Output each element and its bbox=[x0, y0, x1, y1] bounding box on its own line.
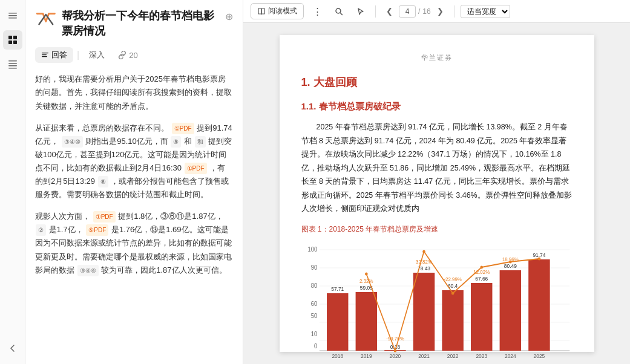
svg-text:80.49: 80.49 bbox=[504, 262, 516, 268]
bar-2024 bbox=[499, 270, 520, 351]
read-mode-label: 阅读模式 bbox=[268, 6, 297, 16]
svg-text:2019: 2019 bbox=[361, 353, 372, 359]
svg-rect-1 bbox=[8, 15, 17, 16]
add-button[interactable]: ⊕ bbox=[225, 11, 233, 22]
pdf-body: 2025 年春节档总票房达到 91.74 亿元，同比增长 13.98%。截至 2… bbox=[301, 120, 573, 216]
ref-2[interactable]: ② bbox=[36, 224, 46, 236]
toolbar-sep2 bbox=[454, 5, 454, 18]
nav-grid-icon[interactable] bbox=[3, 30, 22, 50]
pdf-page: 华兰证券 1. 大盘回顾 1.1. 春节档总票房破纪录 2025 年春节档总票房… bbox=[280, 35, 594, 352]
svg-text:2018: 2018 bbox=[332, 353, 343, 359]
cursor-button[interactable] bbox=[352, 3, 369, 20]
para1: 好的，我现在需要分析用户关于2025年春节档电影票房的问题。首先，我得仔细阅读所… bbox=[35, 73, 233, 112]
chart-container: 100 90 80 60 50 10 0 bbox=[301, 241, 573, 362]
search-button[interactable] bbox=[330, 3, 347, 20]
tab-answer-label: 回答 bbox=[51, 50, 67, 60]
svg-rect-9 bbox=[8, 65, 17, 67]
svg-text:10: 10 bbox=[310, 330, 317, 337]
header: 帮我分析一下今年的春节档电影票房情况 ⊕ bbox=[25, 0, 243, 45]
page-title: 帮我分析一下今年的春节档电影票房情况 bbox=[62, 8, 219, 39]
zoom-select[interactable]: 适当宽度 bbox=[461, 5, 510, 18]
tab-deep[interactable]: 深入 bbox=[83, 47, 111, 63]
more-button[interactable]: ⋮ bbox=[309, 3, 326, 20]
svg-text:57.71: 57.71 bbox=[331, 285, 344, 291]
svg-text:50: 50 bbox=[310, 312, 317, 319]
svg-rect-6 bbox=[13, 41, 17, 44]
ref-1pdf-2[interactable]: ①PDF bbox=[185, 163, 207, 174]
growth-dot-2025 bbox=[537, 257, 540, 260]
para2: 从证据来看，总票房的数据存在不同。 ①PDF 提到91.74亿元， ③④⑩ 则指… bbox=[35, 122, 233, 202]
read-mode-button[interactable]: 阅读模式 bbox=[251, 3, 304, 19]
bar-2022 bbox=[442, 290, 463, 351]
svg-rect-7 bbox=[8, 60, 17, 62]
svg-text:2.32%: 2.32% bbox=[359, 278, 373, 284]
para2-text: 从证据来看，总票房的数据存在不同。 bbox=[35, 123, 169, 132]
chart-svg: 100 90 80 60 50 10 0 bbox=[301, 241, 573, 362]
ref-1pdf-3[interactable]: ①PDF bbox=[93, 211, 116, 223]
pdf-toolbar: 阅读模式 ⋮ ❮ 4 / 16 ❯ 适当宽度 bbox=[243, 0, 630, 23]
bar-2019 bbox=[355, 292, 376, 351]
ref-8[interactable]: ⑧ bbox=[171, 136, 181, 148]
svg-rect-11 bbox=[42, 53, 48, 53]
nav-menu-icon[interactable] bbox=[3, 6, 22, 25]
svg-text:2023: 2023 bbox=[476, 353, 487, 359]
right-panel: 阅读模式 ⋮ ❮ 4 / 16 ❯ 适当宽度 华兰证券 bbox=[243, 0, 630, 364]
tab-bar: 回答 | 深入 20 bbox=[25, 45, 243, 68]
svg-rect-2 bbox=[8, 18, 17, 19]
ref-340[interactable]: ③④⑩ bbox=[62, 136, 83, 148]
side-nav bbox=[0, 0, 25, 364]
svg-text:90: 90 bbox=[310, 264, 317, 270]
svg-text:100: 100 bbox=[307, 245, 317, 252]
svg-rect-13 bbox=[42, 56, 47, 57]
svg-text:-99.70%: -99.70% bbox=[386, 336, 404, 341]
next-page-button[interactable]: ❯ bbox=[433, 4, 448, 19]
growth-dot-2023 bbox=[480, 265, 483, 268]
toolbar-sep1 bbox=[375, 5, 376, 18]
page-nav: ❮ 4 / 16 ❯ bbox=[382, 4, 448, 19]
section-title: 1. 大盘回顾 bbox=[301, 73, 573, 93]
answer-content: 好的，我现在需要分析用户关于2025年春节档电影票房的问题。首先，我得仔细阅读所… bbox=[25, 68, 243, 364]
svg-point-14 bbox=[336, 8, 341, 13]
svg-text:2024: 2024 bbox=[505, 353, 516, 359]
left-panel: 帮我分析一下今年的春节档电影票房情况 ⊕ 回答 | 深入 20 好的，我现在需要… bbox=[25, 0, 243, 364]
bar-2023 bbox=[471, 283, 492, 351]
prev-page-button[interactable]: ❮ bbox=[382, 4, 396, 19]
growth-dot-2019 bbox=[365, 272, 368, 275]
link-count[interactable]: 20 bbox=[118, 51, 137, 60]
growth-dot-2024 bbox=[509, 260, 512, 263]
pdf-content-area: 华兰证券 1. 大盘回顾 1.1. 春节档总票房破纪录 2025 年春节档总票房… bbox=[243, 23, 630, 364]
tab-sep: | bbox=[76, 50, 80, 60]
svg-rect-4 bbox=[13, 36, 17, 39]
cursor-icon bbox=[356, 7, 365, 16]
book-icon bbox=[257, 7, 266, 16]
link-count-label: 20 bbox=[129, 51, 137, 60]
app-logo bbox=[35, 10, 56, 30]
svg-rect-8 bbox=[8, 63, 17, 64]
svg-text:2020: 2020 bbox=[389, 353, 401, 359]
ref-346[interactable]: ③④⑥ bbox=[77, 265, 99, 276]
bar-2021 bbox=[413, 273, 434, 351]
svg-text:80: 80 bbox=[310, 282, 317, 288]
svg-text:-22.99%: -22.99% bbox=[444, 276, 462, 282]
chart-label: 图表 1：2018-2025 年春节档总票房及增速 bbox=[301, 223, 573, 236]
nav-back-icon[interactable] bbox=[3, 339, 22, 358]
page-current[interactable]: 4 bbox=[399, 5, 416, 18]
svg-rect-5 bbox=[8, 41, 12, 44]
bar-2018 bbox=[327, 293, 348, 351]
ref-5pdf[interactable]: ⑤PDF bbox=[86, 224, 108, 236]
link-icon bbox=[118, 51, 126, 59]
svg-rect-3 bbox=[8, 36, 12, 39]
svg-rect-12 bbox=[42, 54, 47, 55]
svg-text:2022: 2022 bbox=[447, 353, 458, 359]
ref-1pdf[interactable]: ①PDF bbox=[172, 123, 194, 134]
ref-8-2[interactable]: ⑧ bbox=[98, 176, 108, 187]
tab-answer[interactable]: 回答 bbox=[35, 47, 73, 63]
svg-rect-10 bbox=[8, 68, 17, 69]
nav-list-icon[interactable] bbox=[3, 54, 22, 74]
para3: 观影人次方面， ①PDF 提到1.8亿，③⑥⑪是1.87亿， ② 是1.7亿， … bbox=[35, 210, 233, 276]
svg-rect-0 bbox=[8, 13, 17, 14]
tab-deep-label: 深入 bbox=[89, 50, 105, 60]
svg-text:2025: 2025 bbox=[533, 353, 545, 359]
page-total: 16 bbox=[422, 7, 430, 16]
ref-and[interactable]: 和 bbox=[195, 136, 206, 148]
